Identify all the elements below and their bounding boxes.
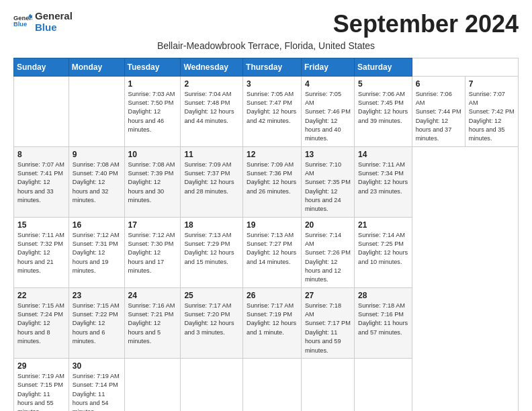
day-number: 8	[17, 150, 65, 159]
day-cell: 21 Sunrise: 7:14 AMSunset: 7:25 PMDaylig…	[355, 217, 412, 287]
day-cell: 30 Sunrise: 7:19 AMSunset: 7:14 PMDaylig…	[69, 358, 124, 411]
day-cell: 22 Sunrise: 7:15 AMSunset: 7:24 PMDaylig…	[14, 287, 69, 358]
day-info: Sunrise: 7:19 AMSunset: 7:15 PMDaylight:…	[17, 372, 65, 411]
day-info: Sunrise: 7:19 AMSunset: 7:14 PMDaylight:…	[73, 372, 121, 411]
weekday-header: Monday	[69, 58, 124, 76]
subtitle: Bellair-Meadowbrook Terrace, Florida, Un…	[13, 40, 519, 51]
day-cell: 3 Sunrise: 7:05 AMSunset: 7:47 PMDayligh…	[243, 76, 302, 146]
logo-blue-text: Blue	[35, 22, 73, 34]
day-info: Sunrise: 7:15 AMSunset: 7:24 PMDaylight:…	[17, 302, 65, 347]
day-info: Sunrise: 7:03 AMSunset: 7:50 PMDaylight:…	[128, 90, 177, 135]
day-info: Sunrise: 7:09 AMSunset: 7:37 PMDaylight:…	[184, 161, 239, 196]
day-info: Sunrise: 7:07 AMSunset: 7:41 PMDaylight:…	[17, 161, 65, 205]
day-number: 16	[73, 220, 121, 230]
calendar-week-row: 1 Sunrise: 7:03 AMSunset: 7:50 PMDayligh…	[14, 76, 519, 146]
day-cell: 11 Sunrise: 7:09 AMSunset: 7:37 PMDaylig…	[181, 146, 243, 217]
day-info: Sunrise: 7:17 AMSunset: 7:19 PMDaylight:…	[247, 302, 298, 337]
header: General Blue General Blue September 2024	[13, 11, 519, 38]
day-cell: 6 Sunrise: 7:06 AMSunset: 7:44 PMDayligh…	[412, 76, 465, 146]
day-cell	[181, 358, 243, 411]
day-info: Sunrise: 7:17 AMSunset: 7:20 PMDaylight:…	[184, 302, 239, 337]
calendar-week-row: 22 Sunrise: 7:15 AMSunset: 7:24 PMDaylig…	[14, 287, 519, 358]
day-cell	[355, 358, 412, 411]
day-number: 2	[184, 79, 239, 89]
day-info: Sunrise: 7:18 AMSunset: 7:17 PMDaylight:…	[305, 302, 351, 355]
day-info: Sunrise: 7:08 AMSunset: 7:39 PMDaylight:…	[128, 161, 177, 205]
day-info: Sunrise: 7:05 AMSunset: 7:47 PMDaylight:…	[247, 90, 298, 126]
day-number: 27	[305, 291, 351, 300]
weekday-header: Friday	[301, 58, 354, 76]
day-number: 6	[416, 79, 461, 89]
day-cell	[243, 358, 302, 411]
day-info: Sunrise: 7:11 AMSunset: 7:34 PMDaylight:…	[358, 161, 408, 196]
day-info: Sunrise: 7:10 AMSunset: 7:35 PMDaylight:…	[305, 161, 351, 214]
day-info: Sunrise: 7:09 AMSunset: 7:36 PMDaylight:…	[247, 161, 298, 196]
calendar-week-row: 15 Sunrise: 7:11 AMSunset: 7:32 PMDaylig…	[14, 217, 519, 287]
svg-text:Blue: Blue	[13, 21, 27, 28]
day-number: 25	[184, 291, 239, 300]
day-cell: 19 Sunrise: 7:13 AMSunset: 7:27 PMDaylig…	[243, 217, 302, 287]
weekday-header: Sunday	[14, 58, 69, 76]
day-cell: 14 Sunrise: 7:11 AMSunset: 7:34 PMDaylig…	[355, 146, 412, 217]
day-info: Sunrise: 7:15 AMSunset: 7:22 PMDaylight:…	[73, 302, 121, 347]
calendar-table: SundayMondayTuesdayWednesdayThursdayFrid…	[13, 58, 519, 411]
day-number: 22	[17, 291, 65, 300]
logo-general-text: General	[35, 11, 73, 22]
day-number: 12	[247, 150, 298, 159]
day-cell: 27 Sunrise: 7:18 AMSunset: 7:17 PMDaylig…	[301, 287, 354, 358]
day-cell: 24 Sunrise: 7:16 AMSunset: 7:21 PMDaylig…	[124, 287, 181, 358]
day-cell: 7 Sunrise: 7:07 AMSunset: 7:42 PMDayligh…	[465, 76, 518, 146]
day-cell	[124, 358, 181, 411]
day-number: 1	[128, 79, 177, 89]
logo-icon: General Blue	[13, 13, 32, 32]
day-number: 30	[73, 361, 121, 371]
day-info: Sunrise: 7:07 AMSunset: 7:42 PMDaylight:…	[469, 90, 515, 144]
day-number: 4	[305, 79, 351, 89]
day-number: 21	[358, 220, 408, 230]
day-number: 14	[358, 150, 408, 159]
calendar-week-row: 29 Sunrise: 7:19 AMSunset: 7:15 PMDaylig…	[14, 358, 519, 411]
day-number: 23	[73, 291, 121, 300]
day-cell: 5 Sunrise: 7:06 AMSunset: 7:45 PMDayligh…	[355, 76, 412, 146]
logo: General Blue General Blue	[13, 11, 73, 33]
day-info: Sunrise: 7:04 AMSunset: 7:48 PMDaylight:…	[184, 90, 239, 126]
title-block: September 2024	[333, 11, 519, 38]
day-cell: 1 Sunrise: 7:03 AMSunset: 7:50 PMDayligh…	[124, 76, 181, 146]
day-cell: 29 Sunrise: 7:19 AMSunset: 7:15 PMDaylig…	[14, 358, 69, 411]
day-cell: 2 Sunrise: 7:04 AMSunset: 7:48 PMDayligh…	[181, 76, 243, 146]
day-cell	[301, 358, 354, 411]
day-cell: 17 Sunrise: 7:12 AMSunset: 7:30 PMDaylig…	[124, 217, 181, 287]
day-info: Sunrise: 7:18 AMSunset: 7:16 PMDaylight:…	[358, 302, 408, 337]
day-cell: 13 Sunrise: 7:10 AMSunset: 7:35 PMDaylig…	[301, 146, 354, 217]
weekday-header: Tuesday	[124, 58, 181, 76]
day-number: 3	[247, 79, 298, 89]
day-number: 15	[17, 220, 65, 230]
day-cell: 26 Sunrise: 7:17 AMSunset: 7:19 PMDaylig…	[243, 287, 302, 358]
weekday-header: Thursday	[243, 58, 302, 76]
day-number: 11	[184, 150, 239, 159]
day-number: 5	[358, 79, 408, 89]
empty-day-cell	[69, 76, 124, 146]
day-cell: 18 Sunrise: 7:13 AMSunset: 7:29 PMDaylig…	[181, 217, 243, 287]
month-title: September 2024	[333, 11, 519, 38]
day-number: 29	[17, 361, 65, 371]
day-cell: 16 Sunrise: 7:12 AMSunset: 7:31 PMDaylig…	[69, 217, 124, 287]
day-cell: 20 Sunrise: 7:14 AMSunset: 7:26 PMDaylig…	[301, 217, 354, 287]
day-number: 18	[184, 220, 239, 230]
day-info: Sunrise: 7:05 AMSunset: 7:46 PMDaylight:…	[305, 90, 351, 144]
day-number: 13	[305, 150, 351, 159]
empty-day-cell	[14, 76, 69, 146]
day-number: 19	[247, 220, 298, 230]
day-info: Sunrise: 7:06 AMSunset: 7:44 PMDaylight:…	[416, 90, 461, 144]
day-info: Sunrise: 7:16 AMSunset: 7:21 PMDaylight:…	[128, 302, 177, 347]
day-number: 9	[73, 150, 121, 159]
calendar-header-row: SundayMondayTuesdayWednesdayThursdayFrid…	[14, 58, 519, 76]
day-cell: 12 Sunrise: 7:09 AMSunset: 7:36 PMDaylig…	[243, 146, 302, 217]
day-info: Sunrise: 7:13 AMSunset: 7:27 PMDaylight:…	[247, 231, 298, 267]
weekday-header: Wednesday	[181, 58, 243, 76]
calendar-week-row: 8 Sunrise: 7:07 AMSunset: 7:41 PMDayligh…	[14, 146, 519, 217]
day-number: 28	[358, 291, 408, 300]
day-info: Sunrise: 7:08 AMSunset: 7:40 PMDaylight:…	[73, 161, 121, 205]
day-cell: 10 Sunrise: 7:08 AMSunset: 7:39 PMDaylig…	[124, 146, 181, 217]
day-number: 17	[128, 220, 177, 230]
